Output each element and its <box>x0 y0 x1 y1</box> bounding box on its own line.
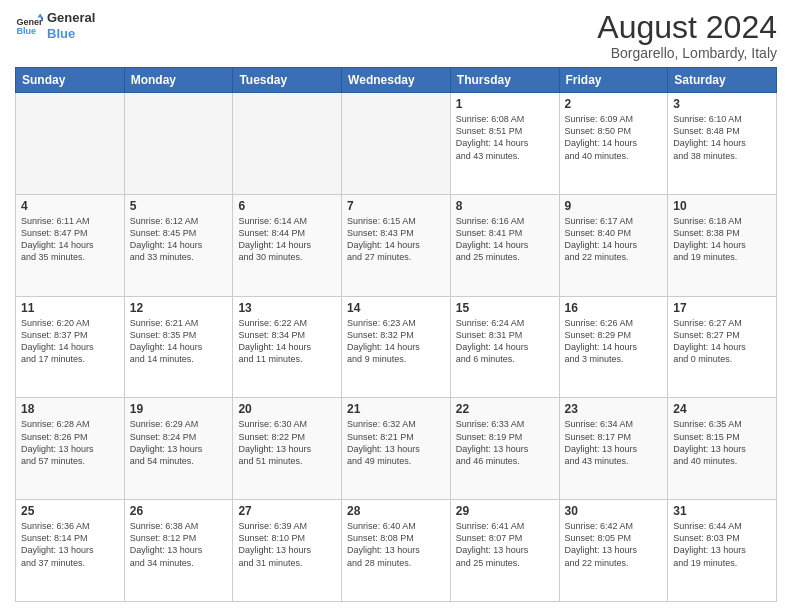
weekday-header: Tuesday <box>233 68 342 93</box>
day-number: 30 <box>565 504 663 518</box>
calendar-cell: 3Sunrise: 6:10 AM Sunset: 8:48 PM Daylig… <box>668 93 777 195</box>
day-number: 14 <box>347 301 445 315</box>
day-info: Sunrise: 6:36 AM Sunset: 8:14 PM Dayligh… <box>21 520 119 569</box>
day-info: Sunrise: 6:18 AM Sunset: 8:38 PM Dayligh… <box>673 215 771 264</box>
logo: General Blue General Blue <box>15 10 95 41</box>
svg-text:General: General <box>16 16 43 26</box>
day-info: Sunrise: 6:41 AM Sunset: 8:07 PM Dayligh… <box>456 520 554 569</box>
calendar-week-row: 1Sunrise: 6:08 AM Sunset: 8:51 PM Daylig… <box>16 93 777 195</box>
calendar-cell: 5Sunrise: 6:12 AM Sunset: 8:45 PM Daylig… <box>124 194 233 296</box>
day-number: 10 <box>673 199 771 213</box>
main-title: August 2024 <box>597 10 777 45</box>
weekday-header: Saturday <box>668 68 777 93</box>
day-number: 5 <box>130 199 228 213</box>
day-info: Sunrise: 6:40 AM Sunset: 8:08 PM Dayligh… <box>347 520 445 569</box>
calendar-cell: 2Sunrise: 6:09 AM Sunset: 8:50 PM Daylig… <box>559 93 668 195</box>
svg-marker-2 <box>37 13 43 17</box>
calendar-week-row: 18Sunrise: 6:28 AM Sunset: 8:26 PM Dayli… <box>16 398 777 500</box>
day-number: 19 <box>130 402 228 416</box>
day-info: Sunrise: 6:09 AM Sunset: 8:50 PM Dayligh… <box>565 113 663 162</box>
day-number: 22 <box>456 402 554 416</box>
calendar-cell <box>342 93 451 195</box>
calendar-cell: 29Sunrise: 6:41 AM Sunset: 8:07 PM Dayli… <box>450 500 559 602</box>
day-number: 31 <box>673 504 771 518</box>
calendar-cell: 21Sunrise: 6:32 AM Sunset: 8:21 PM Dayli… <box>342 398 451 500</box>
day-info: Sunrise: 6:08 AM Sunset: 8:51 PM Dayligh… <box>456 113 554 162</box>
day-number: 7 <box>347 199 445 213</box>
day-number: 3 <box>673 97 771 111</box>
calendar-cell: 13Sunrise: 6:22 AM Sunset: 8:34 PM Dayli… <box>233 296 342 398</box>
day-number: 4 <box>21 199 119 213</box>
day-number: 24 <box>673 402 771 416</box>
day-number: 23 <box>565 402 663 416</box>
weekday-header: Wednesday <box>342 68 451 93</box>
day-number: 27 <box>238 504 336 518</box>
day-number: 9 <box>565 199 663 213</box>
day-number: 17 <box>673 301 771 315</box>
day-number: 15 <box>456 301 554 315</box>
day-info: Sunrise: 6:33 AM Sunset: 8:19 PM Dayligh… <box>456 418 554 467</box>
day-info: Sunrise: 6:34 AM Sunset: 8:17 PM Dayligh… <box>565 418 663 467</box>
calendar-header-row: SundayMondayTuesdayWednesdayThursdayFrid… <box>16 68 777 93</box>
calendar-cell: 10Sunrise: 6:18 AM Sunset: 8:38 PM Dayli… <box>668 194 777 296</box>
title-section: August 2024 Borgarello, Lombardy, Italy <box>597 10 777 61</box>
day-info: Sunrise: 6:20 AM Sunset: 8:37 PM Dayligh… <box>21 317 119 366</box>
day-info: Sunrise: 6:24 AM Sunset: 8:31 PM Dayligh… <box>456 317 554 366</box>
calendar-cell: 22Sunrise: 6:33 AM Sunset: 8:19 PM Dayli… <box>450 398 559 500</box>
calendar-week-row: 4Sunrise: 6:11 AM Sunset: 8:47 PM Daylig… <box>16 194 777 296</box>
day-info: Sunrise: 6:30 AM Sunset: 8:22 PM Dayligh… <box>238 418 336 467</box>
calendar-cell: 9Sunrise: 6:17 AM Sunset: 8:40 PM Daylig… <box>559 194 668 296</box>
day-info: Sunrise: 6:22 AM Sunset: 8:34 PM Dayligh… <box>238 317 336 366</box>
calendar-cell: 24Sunrise: 6:35 AM Sunset: 8:15 PM Dayli… <box>668 398 777 500</box>
calendar-cell: 8Sunrise: 6:16 AM Sunset: 8:41 PM Daylig… <box>450 194 559 296</box>
calendar-cell: 6Sunrise: 6:14 AM Sunset: 8:44 PM Daylig… <box>233 194 342 296</box>
weekday-header: Monday <box>124 68 233 93</box>
calendar-cell: 15Sunrise: 6:24 AM Sunset: 8:31 PM Dayli… <box>450 296 559 398</box>
day-number: 16 <box>565 301 663 315</box>
calendar-cell <box>16 93 125 195</box>
day-number: 21 <box>347 402 445 416</box>
day-number: 28 <box>347 504 445 518</box>
weekday-header: Friday <box>559 68 668 93</box>
day-info: Sunrise: 6:38 AM Sunset: 8:12 PM Dayligh… <box>130 520 228 569</box>
day-number: 1 <box>456 97 554 111</box>
calendar-cell: 28Sunrise: 6:40 AM Sunset: 8:08 PM Dayli… <box>342 500 451 602</box>
day-number: 12 <box>130 301 228 315</box>
day-number: 25 <box>21 504 119 518</box>
calendar-cell: 4Sunrise: 6:11 AM Sunset: 8:47 PM Daylig… <box>16 194 125 296</box>
day-number: 6 <box>238 199 336 213</box>
calendar-cell: 1Sunrise: 6:08 AM Sunset: 8:51 PM Daylig… <box>450 93 559 195</box>
day-info: Sunrise: 6:23 AM Sunset: 8:32 PM Dayligh… <box>347 317 445 366</box>
svg-text:Blue: Blue <box>16 26 36 36</box>
calendar-week-row: 25Sunrise: 6:36 AM Sunset: 8:14 PM Dayli… <box>16 500 777 602</box>
day-info: Sunrise: 6:26 AM Sunset: 8:29 PM Dayligh… <box>565 317 663 366</box>
day-number: 2 <box>565 97 663 111</box>
calendar-cell <box>124 93 233 195</box>
subtitle: Borgarello, Lombardy, Italy <box>597 45 777 61</box>
logo-icon: General Blue <box>15 12 43 40</box>
calendar-cell: 30Sunrise: 6:42 AM Sunset: 8:05 PM Dayli… <box>559 500 668 602</box>
day-info: Sunrise: 6:17 AM Sunset: 8:40 PM Dayligh… <box>565 215 663 264</box>
day-number: 13 <box>238 301 336 315</box>
day-info: Sunrise: 6:14 AM Sunset: 8:44 PM Dayligh… <box>238 215 336 264</box>
calendar-cell: 14Sunrise: 6:23 AM Sunset: 8:32 PM Dayli… <box>342 296 451 398</box>
page: General Blue General Blue August 2024 Bo… <box>0 0 792 612</box>
day-info: Sunrise: 6:16 AM Sunset: 8:41 PM Dayligh… <box>456 215 554 264</box>
calendar-cell: 16Sunrise: 6:26 AM Sunset: 8:29 PM Dayli… <box>559 296 668 398</box>
calendar-cell: 19Sunrise: 6:29 AM Sunset: 8:24 PM Dayli… <box>124 398 233 500</box>
calendar-cell: 12Sunrise: 6:21 AM Sunset: 8:35 PM Dayli… <box>124 296 233 398</box>
calendar-cell: 23Sunrise: 6:34 AM Sunset: 8:17 PM Dayli… <box>559 398 668 500</box>
day-number: 11 <box>21 301 119 315</box>
day-number: 18 <box>21 402 119 416</box>
weekday-header: Thursday <box>450 68 559 93</box>
day-number: 20 <box>238 402 336 416</box>
calendar-cell <box>233 93 342 195</box>
day-info: Sunrise: 6:15 AM Sunset: 8:43 PM Dayligh… <box>347 215 445 264</box>
calendar-cell: 17Sunrise: 6:27 AM Sunset: 8:27 PM Dayli… <box>668 296 777 398</box>
day-number: 29 <box>456 504 554 518</box>
day-number: 26 <box>130 504 228 518</box>
day-info: Sunrise: 6:32 AM Sunset: 8:21 PM Dayligh… <box>347 418 445 467</box>
day-info: Sunrise: 6:28 AM Sunset: 8:26 PM Dayligh… <box>21 418 119 467</box>
day-info: Sunrise: 6:11 AM Sunset: 8:47 PM Dayligh… <box>21 215 119 264</box>
day-info: Sunrise: 6:21 AM Sunset: 8:35 PM Dayligh… <box>130 317 228 366</box>
